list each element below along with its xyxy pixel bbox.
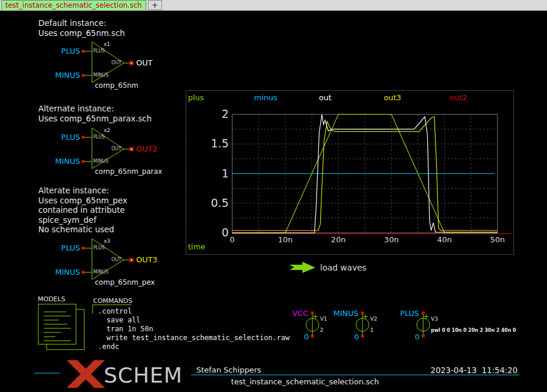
xaxis-label: time (188, 242, 205, 252)
legend-out: out (319, 93, 331, 102)
instance2-pin-minus: MINUS (93, 159, 108, 164)
spice-commands-text: .control save all tran 1n 50n write test… (98, 307, 289, 351)
instance3-net-plus: PLUS (39, 243, 80, 253)
ytick-1: 1 (186, 167, 229, 180)
models-label: MODELS (38, 295, 65, 305)
vsource-v1-net: VCC (273, 309, 308, 319)
vsource-v3-pwl-value: pwl 0 0 10n 0 20n 2 30n 2 40n 0 (431, 328, 516, 334)
instance3-refdes: x3 (104, 238, 110, 245)
xtick-40n: 40n (431, 235, 457, 244)
models-icon[interactable] (38, 304, 84, 350)
vsource-v3-net: PLUS (384, 309, 419, 319)
commands-label: COMMANDS (93, 297, 133, 307)
instance2-net-plus: PLUS (39, 133, 80, 143)
vsource-v2-net: MINUS (323, 309, 358, 319)
datetime: 2023-04-13 11:54:20 (413, 365, 518, 375)
instance1-net-minus: MINUS (39, 71, 80, 81)
schematic-filename: test_instance_schematic_selection.sch (177, 377, 433, 387)
waveform-plot-area (186, 91, 513, 254)
instance1-pin-minus: MINUS (93, 73, 108, 78)
legend-minus: minus (254, 93, 278, 102)
instance1-note: Default instance: Uses comp_65nm.sch (38, 18, 125, 38)
instance3-note: Alterate instance: Uses comp_65nm_pex co… (38, 186, 127, 235)
legend-out3: out3 (384, 93, 401, 102)
instance1-pin-out: OUT (97, 60, 121, 66)
instance2-pin-plus: PLUS (93, 134, 105, 140)
load-waves-label[interactable]: load waves (320, 263, 367, 273)
xtick-20n: 20n (325, 235, 351, 244)
load-waves-arrow-icon[interactable] (289, 262, 315, 273)
instance3-net-out: OUT3 (136, 255, 157, 265)
vsource-v3-gnd: 0 (408, 332, 420, 342)
xtick-10n: 10n (272, 235, 298, 244)
legend-out2: out2 (450, 93, 467, 102)
instance1-net-plus: PLUS (39, 47, 80, 57)
instance2-pin-out: OUT (97, 146, 121, 152)
instance3-pin-minus: MINUS (93, 269, 108, 275)
xschem-window: test_instance_schematic_selection.sch + (0, 0, 547, 392)
waveform-graph[interactable]: plus minus out out3 out2 2 1.5 1 0.5 0 0… (186, 90, 514, 255)
instance3-pin-out: OUT (97, 257, 121, 263)
instance2-refdes: x2 (104, 127, 110, 134)
vsource-v2-gnd: 0 (347, 332, 359, 342)
instance2-symbol-name: comp_65nm_parax (95, 167, 162, 177)
vsource-v1-value: 2 (320, 327, 324, 334)
vsource-v2-value: 1 (370, 327, 374, 334)
ytick-2: 2 (186, 108, 229, 120)
xschem-logo-text: SCHEM (104, 363, 183, 388)
instance2-note: Alternate instance: Uses comp_65nm_parax… (38, 104, 151, 123)
author-name: Stefan Schippers (196, 365, 261, 375)
xtick-0: 0 (219, 235, 245, 244)
instance1-symbol-name: comp_65nm (95, 81, 139, 91)
xtick-30n: 30n (378, 235, 404, 244)
instance2-net-minus: MINUS (39, 157, 80, 167)
vsource-v3-ref: V3 (431, 316, 438, 322)
legend-plus: plus (188, 93, 204, 102)
instance2-net-out: OUT2 (136, 144, 157, 154)
instance3-net-minus: MINUS (39, 268, 80, 278)
xschem-logo-x-icon (67, 360, 105, 388)
vsource-v1-gnd: 0 (297, 332, 309, 342)
instance1-pin-plus: PLUS (93, 48, 105, 54)
instance3-symbol-name: comp_65nm_pex (95, 278, 155, 288)
ytick-0_5: 0.5 (186, 197, 229, 209)
instance1-refdes: x1 (104, 41, 110, 48)
ytick-1_5: 1.5 (186, 137, 229, 150)
vsource-v2-ref: V2 (370, 316, 377, 322)
instance3-pin-plus: PLUS (93, 245, 105, 251)
xtick-50n: 50n (485, 235, 510, 244)
instance1-net-out: OUT (136, 58, 153, 68)
